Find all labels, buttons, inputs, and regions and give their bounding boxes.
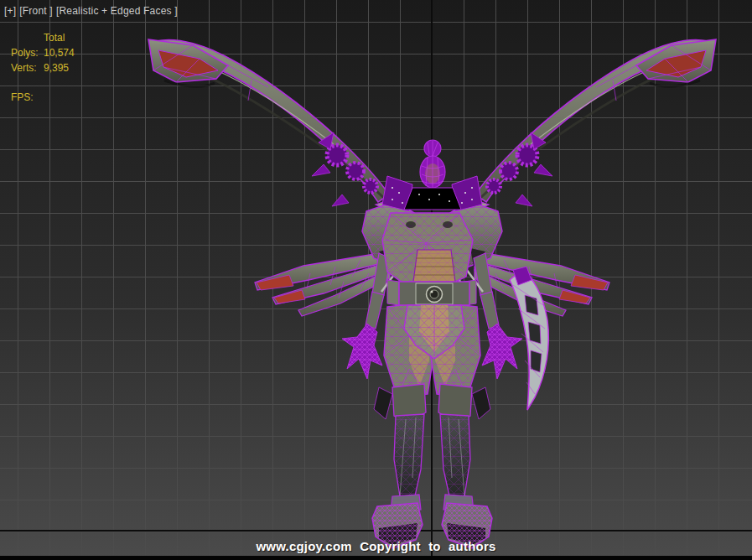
belt xyxy=(387,280,476,305)
viewport-menu-shading[interactable]: [Realistic + Edged Faces ] xyxy=(56,5,178,17)
viewport-menu-general[interactable]: [+] xyxy=(4,5,16,17)
bottom-black-bar xyxy=(0,556,752,560)
collar xyxy=(404,188,461,210)
head xyxy=(420,140,445,188)
stats-verts-value: 9,395 xyxy=(44,62,69,74)
application-window: [+][Front ][Realistic + Edged Faces ] To… xyxy=(0,0,752,560)
statistics-overlay: Total Polys:10,574 Verts:9,395 FPS: xyxy=(11,30,75,105)
stats-polys-label: Polys: xyxy=(11,45,44,60)
model-winged-mecha[interactable] xyxy=(0,0,752,560)
stats-verts-row: Verts:9,395 xyxy=(11,60,75,75)
stats-fps-label: FPS: xyxy=(11,90,44,105)
viewport-front[interactable]: [+][Front ][Realistic + Edged Faces ] To… xyxy=(0,0,752,560)
stats-polys-row: Polys:10,574 xyxy=(11,45,75,60)
stats-polys-value: 10,574 xyxy=(44,47,75,59)
viewport-menu-pov[interactable]: [Front ] xyxy=(19,5,53,17)
watermark-text: www.cgjoy.com Copyright to authors xyxy=(0,539,752,553)
stats-fps-row: FPS: xyxy=(11,90,75,105)
stats-total-header: Total xyxy=(11,30,75,45)
stats-verts-label: Verts: xyxy=(11,60,44,75)
viewport-label: [+][Front ][Realistic + Edged Faces ] xyxy=(4,5,181,17)
